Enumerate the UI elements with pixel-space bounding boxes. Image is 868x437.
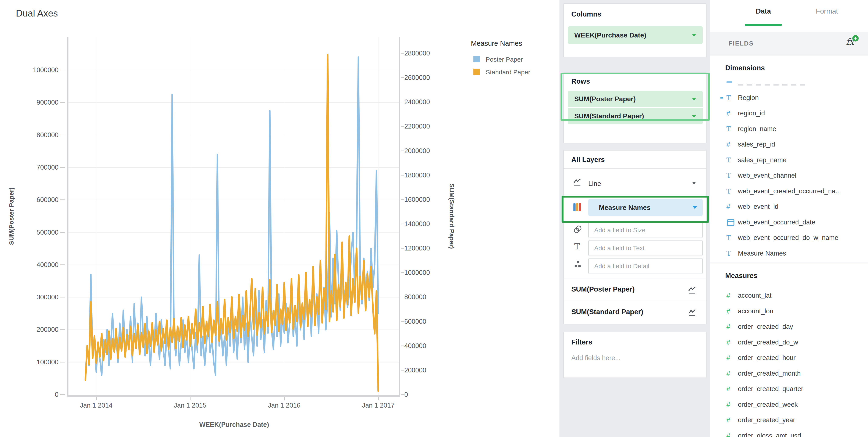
columns-pill-week-purchase-date[interactable]: WEEK(Purchase Date) (568, 26, 703, 44)
left-axis-tick-mark (60, 232, 65, 233)
number-type-icon: # (726, 323, 730, 331)
data-panel: Data Format FIELDS fx+ Dimensions =TRegi… (710, 0, 868, 437)
field-item-order-created-do-w[interactable]: #order_created_do_w (710, 335, 868, 350)
field-item-sales-rep-id[interactable]: #sales_rep_id (710, 137, 868, 152)
field-item-order-created-week[interactable]: #order_created_week (710, 397, 868, 412)
field-label: region_id (738, 109, 765, 117)
right-axis-tick-mark (401, 272, 404, 273)
right-axis-tick-label: 400000 (404, 342, 447, 350)
left-axis-tick-mark (60, 329, 65, 330)
right-axis-tick-mark (401, 102, 404, 102)
field-label: order_created_quarter (738, 385, 803, 393)
text-icon: T (574, 242, 580, 251)
mark-type-label: Line (588, 180, 601, 188)
field-item-web-event-created-occurred-na-[interactable]: Tweb_event_created_occurred_na... (710, 183, 868, 199)
pill-label: WEEK(Purchase Date) (574, 31, 692, 39)
right-axis-tick-label: 1600000 (404, 196, 447, 203)
text-type-icon: T (726, 156, 731, 164)
field-item-web-event-occurred-date[interactable]: web_event_occurred_date (710, 215, 868, 230)
line-chart-icon (573, 178, 583, 187)
right-axis-tick-mark (401, 370, 404, 371)
x-axis-tick-mark (378, 397, 379, 400)
field-item-order-created-quarter[interactable]: #order_created_quarter (710, 381, 868, 397)
field-item-region-id[interactable]: #region_id (710, 106, 868, 121)
left-axis-tick-label: 600000 (25, 196, 59, 204)
chevron-down-icon[interactable] (692, 98, 696, 101)
rows-pill-sum-standard-paper[interactable]: SUM(Standard Paper) (568, 108, 703, 124)
number-type-icon: # (726, 141, 730, 148)
text-type-icon: T (726, 125, 731, 133)
field-item-account-lon[interactable]: #account_lon (710, 304, 868, 319)
number-type-icon: # (726, 432, 730, 437)
field-label: order_created_hour (738, 354, 796, 362)
size-field-input[interactable]: Add a field to Size (588, 222, 703, 238)
chevron-down-icon[interactable] (692, 182, 696, 184)
field-item-region[interactable]: =TRegion (710, 90, 868, 106)
left-axis-tick-label: 400000 (25, 261, 59, 269)
right-axis-tick-label: 1800000 (404, 171, 447, 179)
sum-standard-paper-section[interactable]: SUM(Standard Paper) (564, 301, 706, 323)
rows-pill-sum-poster-paper[interactable]: SUM(Poster Paper) (568, 91, 703, 107)
right-axis-tick-label: 2200000 (404, 123, 447, 130)
chevron-down-icon[interactable] (692, 34, 696, 37)
legend-label: Poster Paper (486, 56, 523, 63)
left-axis-tick-label: 100000 (25, 359, 59, 366)
filters-placeholder[interactable]: Add fields here... (571, 354, 621, 362)
field-item-order-created-day[interactable]: #order_created_day (710, 319, 868, 335)
field-item-sales-rep-name[interactable]: Tsales_rep_name (710, 153, 868, 168)
field-item-region-name[interactable]: Tregion_name (710, 121, 868, 137)
add-calculated-field-button[interactable]: fx+ (846, 37, 854, 46)
field-item-order-gloss-amt-usd[interactable]: #order_gloss_amt_usd (710, 428, 868, 437)
tab-format[interactable]: Format (804, 7, 850, 15)
x-axis-tick-mark (96, 397, 97, 400)
partial-field-icon (726, 81, 733, 83)
pill-label: SUM(Poster Paper) (574, 95, 692, 103)
number-type-icon: # (726, 203, 730, 210)
chevron-down-icon[interactable] (692, 115, 696, 118)
line-chart-plot-area[interactable] (67, 37, 400, 397)
dimensions-header: Dimensions (725, 64, 765, 72)
right-axis-tick-label: 2800000 (404, 49, 447, 57)
field-item-order-created-month[interactable]: #order_created_month (710, 366, 868, 381)
filters-shelf: Filters Add fields here... (563, 332, 707, 378)
right-axis-tick-mark (401, 345, 404, 346)
tab-data[interactable]: Data (746, 7, 780, 15)
section-label: SUM(Standard Paper) (571, 308, 643, 316)
right-axis-tick-label: 2400000 (404, 98, 447, 106)
color-pill-measure-names[interactable]: Measure Names (588, 199, 703, 216)
field-item-web-event-channel[interactable]: Tweb_event_channel (710, 168, 868, 183)
field-label: order_created_year (738, 416, 795, 424)
field-item-measure-names[interactable]: TMeasure Names (710, 246, 868, 261)
text-type-icon: T (726, 171, 731, 179)
chevron-down-icon[interactable] (692, 206, 697, 209)
color-shelf-row: Measure Names (564, 195, 706, 220)
pill-label: SUM(Standard Paper) (574, 112, 692, 120)
right-axis-tick-label: 2000000 (404, 147, 447, 155)
field-item-order-created-year[interactable]: #order_created_year (710, 412, 868, 428)
right-axis-tick-label: 1400000 (404, 220, 447, 228)
field-item-order-created-hour[interactable]: #order_created_hour (710, 350, 868, 366)
right-axis-tick-label: 600000 (404, 318, 447, 326)
sum-poster-paper-section[interactable]: SUM(Poster Paper) (564, 278, 706, 301)
left-axis-tick-mark (60, 264, 65, 265)
x-axis-tick-label: Jan 1 2014 (64, 402, 128, 409)
left-axis-tick-label: 800000 (25, 131, 59, 139)
text-field-input[interactable]: Add a field to Text (588, 240, 703, 256)
right-axis-tick-mark (401, 150, 404, 151)
color-marks-icon (572, 203, 582, 212)
left-axis-tick-mark (60, 102, 65, 103)
equals-icon: = (720, 93, 723, 102)
field-item-account-lat[interactable]: #account_lat (710, 288, 868, 303)
right-axis-tick-mark (401, 321, 404, 322)
field-item-partial[interactable] (710, 74, 868, 90)
line-chart-icon (688, 309, 698, 317)
field-label: order_created_day (738, 323, 793, 331)
right-axis-tick-mark (401, 53, 404, 54)
detail-field-input[interactable]: Add a field to Detail (588, 258, 703, 274)
field-label: order_gloss_amt_usd (738, 432, 801, 437)
right-axis-tick-mark (401, 297, 404, 297)
field-item-web-event-id[interactable]: #web_event_id (710, 199, 868, 214)
number-type-icon: # (726, 416, 730, 424)
field-item-web-event-occurred-do-w-name[interactable]: Tweb_event_occurred_do_w_name (710, 230, 868, 245)
left-axis-tick-label: 0 (25, 391, 59, 399)
